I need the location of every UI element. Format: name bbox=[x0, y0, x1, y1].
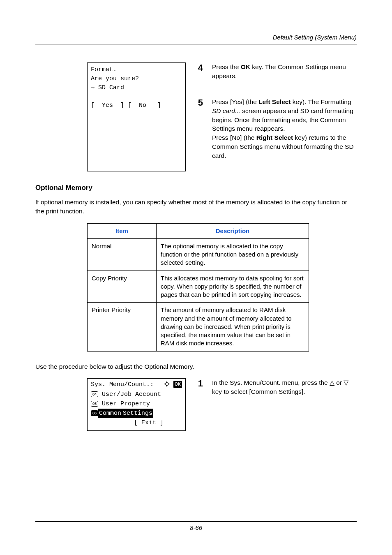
header-rule bbox=[35, 44, 357, 44]
lcd2-row1: User/Job Account bbox=[98, 391, 161, 398]
step-number: 4 bbox=[196, 62, 203, 80]
step-4-text: Press the OK key. The Common Settings me… bbox=[212, 62, 357, 80]
lcd1-line1: Format. bbox=[91, 66, 117, 73]
text: Press [Yes] (the bbox=[212, 98, 258, 105]
table-row: Normal The optional memory is allocated … bbox=[88, 238, 309, 271]
text: Press [No] (the bbox=[212, 134, 256, 141]
lcd2-row2: User Property bbox=[98, 400, 150, 407]
step-5: 5 Press [Yes] (the Left Select key). The… bbox=[196, 97, 357, 160]
step-5-text: Press [Yes] (the Left Select key). The F… bbox=[212, 97, 357, 160]
table-cell-desc: This allocates most memory to data spool… bbox=[157, 271, 309, 303]
text-bold: OK bbox=[241, 63, 250, 70]
footer-rule bbox=[35, 521, 357, 522]
text: or bbox=[334, 379, 344, 386]
arrow-right-icon: → bbox=[91, 84, 95, 91]
ok-icon: OK bbox=[173, 381, 182, 388]
step-number: 1 bbox=[196, 378, 203, 396]
svg-marker-1 bbox=[166, 385, 168, 387]
step-1: 1 In the Sys. Menu/Count. menu, press th… bbox=[196, 378, 357, 396]
table-cell-desc: The amount of memory allocated to RAM di… bbox=[157, 303, 309, 351]
step-1-text: In the Sys. Menu/Count. menu, press the … bbox=[212, 378, 357, 396]
optional-memory-intro: If optional memory is installed, you can… bbox=[35, 198, 357, 215]
triangle-up-icon: △ bbox=[330, 379, 334, 386]
menu-index-04-icon: 04 bbox=[91, 391, 98, 397]
text-bold: Left Select bbox=[258, 98, 291, 105]
table-header-description: Description bbox=[157, 223, 309, 238]
page-number: 8-66 bbox=[35, 524, 357, 531]
table-cell-item: Copy Priority bbox=[88, 271, 157, 303]
text: In the Sys. Menu/Count. menu, press the bbox=[212, 379, 330, 386]
lcd1-line3b: SD Card bbox=[95, 84, 124, 91]
table-header-item: Item bbox=[88, 223, 157, 238]
lcd1-line2: Are you sure? bbox=[91, 75, 139, 82]
lcd2-row3b: Settings bbox=[122, 409, 153, 418]
lcd1-line5: [ Yes ] [ No ] bbox=[91, 102, 161, 109]
lcd2-exit: [ Exit ] bbox=[134, 419, 164, 426]
table-cell-desc: The optional memory is allocated to the … bbox=[157, 238, 309, 271]
text: key to select [Common Settings]. bbox=[212, 388, 305, 395]
table-row: Copy Priority This allocates most memory… bbox=[88, 271, 309, 303]
optional-memory-table: Item Description Normal The optional mem… bbox=[87, 223, 309, 352]
menu-index-05-icon: 05 bbox=[91, 401, 98, 407]
lcd2-colon: : bbox=[150, 381, 154, 388]
lcd2-title: Sys. Menu/Count. bbox=[91, 381, 150, 388]
svg-marker-3 bbox=[168, 383, 170, 385]
svg-marker-0 bbox=[166, 381, 168, 383]
triangle-down-icon: ▽ bbox=[344, 379, 348, 386]
heading-optional-memory: Optional Memory bbox=[35, 184, 357, 192]
lcd-format-dialog: Format. Are you sure? → SD Card [ Yes ] … bbox=[87, 62, 186, 171]
menu-index-06-icon: 06 bbox=[91, 410, 98, 416]
text: key). The Formatting bbox=[291, 98, 351, 105]
svg-marker-2 bbox=[164, 383, 166, 385]
step-4: 4 Press the OK key. The Common Settings … bbox=[196, 62, 357, 80]
step-number: 5 bbox=[196, 97, 203, 160]
table-cell-item: Normal bbox=[88, 238, 157, 271]
lcd-sys-menu: Sys. Menu/Count.: OK 04 User/Job Account… bbox=[87, 378, 186, 430]
procedure-intro: Use the procedure below to adjust the Op… bbox=[35, 362, 357, 371]
text-bold: Right Select bbox=[256, 134, 293, 141]
text: Press the bbox=[212, 63, 241, 70]
header-section-title: Default Setting (System Menu) bbox=[35, 34, 357, 44]
lcd2-row3a: Common bbox=[98, 409, 122, 418]
table-cell-item: Printer Priority bbox=[88, 303, 157, 351]
dpad-icon bbox=[164, 381, 170, 387]
text-italic: SD card... bbox=[212, 107, 240, 114]
table-row: Printer Priority The amount of memory al… bbox=[88, 303, 309, 351]
